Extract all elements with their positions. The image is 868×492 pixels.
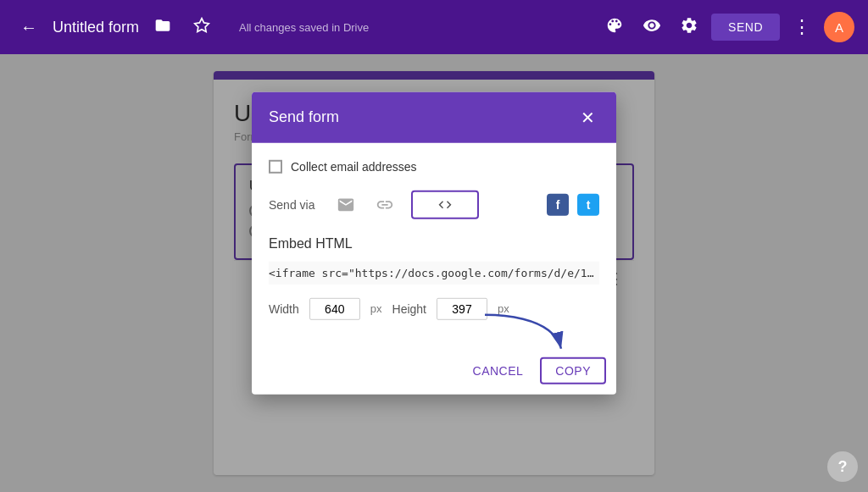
send-form-dialog: Send form ✕ Collect email addresses Send… [252, 91, 616, 394]
width-unit: px [370, 302, 382, 315]
send-via-row: Send via f [269, 190, 599, 218]
main-area: Unt Form de Untitl Opti Add option or AD… [0, 54, 868, 492]
dialog-body: Collect email addresses Send via [252, 142, 616, 350]
dialog-close-button[interactable]: ✕ [576, 105, 599, 129]
link-send-icon[interactable] [372, 191, 398, 217]
collect-email-checkbox[interactable] [269, 159, 282, 173]
height-input[interactable] [437, 297, 487, 319]
svg-marker-0 [195, 18, 209, 31]
help-button[interactable]: ? [827, 451, 858, 482]
cancel-button[interactable]: CANCEL [463, 357, 534, 384]
folder-icon [154, 17, 171, 38]
page-title: Untitled form [53, 19, 139, 36]
embed-send-icon[interactable] [411, 190, 479, 218]
autosave-text: All changes saved in Drive [239, 21, 369, 34]
copy-button[interactable]: COPY [540, 357, 606, 384]
palette-button[interactable] [599, 12, 630, 42]
topbar-left: ← Untitled form All changes saved in Dri… [14, 12, 589, 42]
collect-email-row: Collect email addresses [269, 159, 599, 173]
twitter-share-icon[interactable]: t [577, 193, 599, 215]
height-unit: px [498, 302, 509, 315]
more-icon: ⋮ [793, 16, 811, 38]
topbar-right: SEND ⋮ A [599, 12, 854, 42]
settings-icon [680, 16, 698, 39]
avatar[interactable]: A [824, 12, 854, 42]
topbar: ← Untitled form All changes saved in Dri… [0, 0, 868, 54]
preview-icon [643, 16, 661, 39]
settings-button[interactable] [674, 12, 704, 42]
send-via-label: Send via [269, 197, 320, 211]
width-input[interactable] [309, 297, 360, 319]
preview-button[interactable] [637, 12, 667, 42]
embed-html-label: Embed HTML [269, 235, 599, 251]
email-send-icon[interactable] [333, 191, 359, 217]
collect-email-label: Collect email addresses [291, 159, 417, 173]
social-icons: f t [547, 193, 599, 215]
facebook-share-icon[interactable]: f [547, 193, 569, 215]
more-button[interactable]: ⋮ [787, 12, 817, 42]
back-button[interactable]: ← [14, 12, 44, 42]
send-button[interactable]: SEND [711, 14, 780, 41]
back-icon: ← [20, 18, 37, 37]
dialog-title: Send form [269, 108, 339, 126]
palette-icon [605, 16, 624, 39]
star-icon [193, 17, 210, 38]
dimensions-row: Width px Height px [269, 297, 599, 319]
embed-code-text: <iframe src="https://docs.google.com/for… [269, 261, 599, 284]
folder-button[interactable] [147, 12, 178, 42]
close-icon: ✕ [581, 107, 595, 127]
star-button[interactable] [186, 12, 217, 42]
height-label: Height [392, 301, 426, 315]
send-via-icons: f t [333, 190, 599, 218]
width-label: Width [269, 301, 299, 315]
dialog-header: Send form ✕ [252, 91, 616, 142]
dialog-footer: CANCEL COPY [252, 350, 616, 394]
